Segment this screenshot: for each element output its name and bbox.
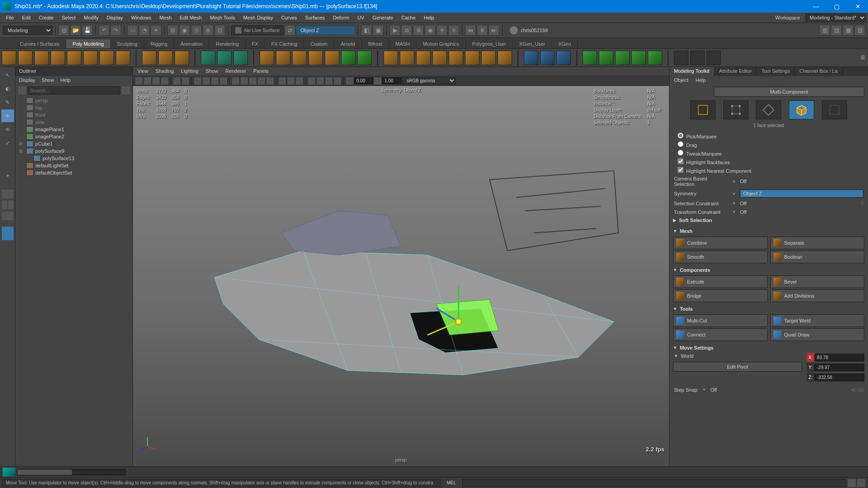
circularize-icon[interactable]: [631, 51, 646, 65]
vp-gamma-field[interactable]: [382, 77, 401, 84]
outliner-menu-display[interactable]: Display: [19, 77, 35, 84]
menu-display[interactable]: Display: [103, 14, 127, 22]
menu-generate[interactable]: Generate: [368, 14, 397, 22]
vp-bookmarks-icon[interactable]: [152, 77, 160, 85]
live-surface-field[interactable]: No Live Surface: [231, 25, 284, 35]
vp-xray-icon[interactable]: [287, 77, 295, 85]
vp-film-gate-icon[interactable]: [202, 77, 210, 85]
ipr-icon[interactable]: ⧉: [401, 25, 412, 36]
toolkit-menu-help[interactable]: Help: [696, 77, 706, 84]
outliner-item-defaultObjectSet[interactable]: defaultObjectSet: [15, 169, 133, 176]
undo-icon[interactable]: ↶: [99, 25, 109, 36]
outliner-menu-help[interactable]: Help: [61, 77, 71, 84]
shelf-tab-polygons-user[interactable]: Polygons_User: [466, 39, 513, 48]
extrude-icon[interactable]: [384, 51, 398, 65]
outliner-item-pCube1[interactable]: ⊞pCube1: [15, 140, 133, 147]
merge-icon[interactable]: [498, 51, 512, 65]
vp-multisample-icon[interactable]: [325, 77, 333, 85]
uv-mode-icon[interactable]: [822, 100, 847, 119]
redo-icon[interactable]: ↷: [110, 25, 121, 36]
playback-pause-icon[interactable]: ⏸: [477, 25, 488, 36]
edit-pivot-button[interactable]: Edit Pivot: [673, 362, 802, 372]
vp-xray-joints-icon[interactable]: [295, 77, 304, 85]
menu-uv[interactable]: UV: [353, 14, 368, 22]
poly-cylinder-icon[interactable]: [34, 51, 49, 65]
symmetry-value[interactable]: Object Z: [740, 190, 863, 198]
render-settings-icon[interactable]: ⚙: [413, 25, 424, 36]
toolkit-menu-object[interactable]: Object: [674, 77, 688, 84]
vp-grid-icon[interactable]: [194, 77, 202, 85]
boolean-button[interactable]: Boolean: [770, 251, 865, 263]
shelf-tab-animation[interactable]: Animation: [174, 39, 209, 48]
vp-menu-lighting[interactable]: Lighting: [181, 68, 199, 74]
viewport-3d[interactable]: Verts:17704640Edges:34108580Faces:164439…: [133, 86, 669, 466]
connect-button[interactable]: Connect: [673, 328, 768, 341]
render-setup-icon[interactable]: ≡: [448, 25, 459, 36]
vp-exposure-icon[interactable]: [346, 77, 354, 85]
outliner-menu-show[interactable]: Show: [42, 77, 54, 84]
shelf-tab-mash[interactable]: MASH: [389, 39, 417, 48]
bridge-icon[interactable]: [416, 51, 431, 65]
shelf-tab-rendering[interactable]: Rendering: [209, 39, 246, 48]
vp-isolate-icon[interactable]: [278, 77, 286, 85]
layout-4-icon[interactable]: [2, 211, 14, 220]
combine-button[interactable]: Combine: [673, 237, 768, 249]
move-tool-icon[interactable]: ✥: [1, 109, 14, 122]
bevel-icon[interactable]: [400, 51, 414, 65]
vp-shaded-icon[interactable]: [240, 77, 248, 85]
separate-button[interactable]: Separate: [770, 237, 865, 249]
shelf-tab-custom[interactable]: Custom: [304, 39, 334, 48]
command-history-icon[interactable]: [857, 479, 865, 487]
poly-torus-icon[interactable]: [67, 51, 81, 65]
menu-cache[interactable]: Cache: [397, 14, 420, 22]
smooth-icon[interactable]: [292, 51, 307, 65]
shelf-tab-bifrost[interactable]: Bifrost: [362, 39, 389, 48]
shelf-tab-motion-graphics[interactable]: Motion Graphics: [417, 39, 466, 48]
outliner-filter-icon[interactable]: [18, 86, 26, 95]
menu-meshdisplay[interactable]: Mesh Display: [239, 14, 277, 22]
soft-icon[interactable]: [233, 51, 248, 65]
rotate-tool-icon[interactable]: ⟲: [1, 123, 14, 136]
menu-mesh[interactable]: Mesh: [155, 14, 175, 22]
check-highlight-backfaces[interactable]: Highlight Backfaces: [678, 157, 864, 166]
poly-pyramid-icon[interactable]: [142, 51, 157, 65]
outliner-item-defaultLightSet[interactable]: defaultLightSet: [15, 162, 133, 169]
tools-section[interactable]: Tools: [680, 306, 693, 312]
tab-tool-settings[interactable]: Tool Settings: [757, 67, 795, 76]
remesh-icon[interactable]: [341, 51, 356, 65]
poly-type-icon[interactable]: [158, 51, 173, 65]
crease-icon[interactable]: [599, 51, 613, 65]
poly-cone-icon[interactable]: [51, 51, 65, 65]
outliner-item-imagePlane1[interactable]: imagePlane1: [15, 126, 133, 133]
light-editor-icon[interactable]: ☀: [436, 25, 447, 36]
paint-tool-icon[interactable]: ✎: [1, 96, 14, 109]
multicut-button[interactable]: Multi-Cut: [673, 314, 768, 327]
menu-meshtools[interactable]: Mesh Tools: [206, 14, 239, 22]
shelf-menu-icon[interactable]: ≡: [860, 53, 865, 62]
poly-plane-icon[interactable]: [83, 51, 98, 65]
radio-tweak-marquee[interactable]: Tweak/Marquee: [678, 149, 864, 157]
components-section[interactable]: Components: [680, 267, 710, 273]
paint-select-icon[interactable]: ✦: [151, 25, 161, 36]
menu-help[interactable]: Help: [420, 14, 438, 22]
shelf-tab-rigging[interactable]: Rigging: [144, 39, 174, 48]
target-weld-icon[interactable]: [540, 51, 555, 65]
layout-2v-icon[interactable]: [8, 200, 14, 209]
playback-start-icon[interactable]: ⏮: [465, 25, 476, 36]
outliner-item-front[interactable]: front: [15, 111, 133, 118]
snap-curve-icon[interactable]: ◉: [179, 25, 190, 36]
hypershade-icon[interactable]: ◉: [425, 25, 436, 36]
playback-end-icon[interactable]: ⏭: [489, 25, 499, 36]
mode-selector[interactable]: Modeling: [3, 26, 52, 35]
toggle-panel-4-icon[interactable]: ▧: [854, 25, 865, 36]
lasso-tool-icon[interactable]: ◐: [1, 82, 14, 95]
selcon-dropdown-icon[interactable]: ▾: [731, 200, 737, 206]
poly-svg-icon[interactable]: [175, 51, 189, 65]
outliner-item-polySurface9[interactable]: ⊞polySurface9: [15, 147, 133, 155]
outliner-item-imagePlane2[interactable]: imagePlane2: [15, 133, 133, 140]
layout-outliner-icon[interactable]: [2, 227, 14, 240]
mesh-display-1-icon[interactable]: [674, 51, 688, 65]
mesh-section[interactable]: Mesh: [680, 228, 693, 234]
minimize-button[interactable]: —: [806, 0, 826, 13]
vp-ao-icon[interactable]: [308, 77, 316, 85]
